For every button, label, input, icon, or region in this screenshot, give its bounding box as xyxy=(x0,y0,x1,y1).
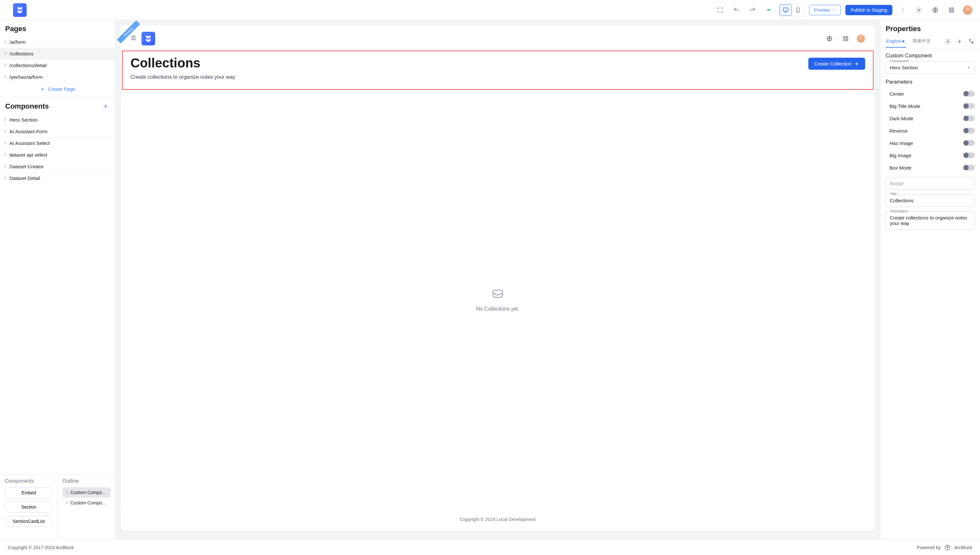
svg-rect-9 xyxy=(949,10,951,12)
page-item[interactable]: ⠿/collections xyxy=(0,48,115,59)
empty-text: No Collections yet. xyxy=(476,306,519,312)
outline-label: Outline xyxy=(62,478,111,484)
param-box_mode: Box Mode xyxy=(880,162,980,174)
svg-rect-13 xyxy=(846,36,848,38)
drag-handle-icon[interactable]: ⠿ xyxy=(4,63,7,68)
embed-component-button[interactable]: Embed xyxy=(5,487,53,498)
drag-handle-icon[interactable]: ⠿ xyxy=(4,51,7,56)
param-center: Center xyxy=(880,88,980,100)
toggle-dark[interactable] xyxy=(963,115,975,121)
svg-point-5 xyxy=(918,9,920,11)
toggle-reverse[interactable] xyxy=(963,128,975,133)
hero-section[interactable]: Collections Create collections to organi… xyxy=(122,51,874,90)
chevron-down-icon xyxy=(832,8,836,12)
page-item[interactable]: ⠿/yechao/ai/form xyxy=(0,71,115,83)
svg-rect-15 xyxy=(846,39,848,41)
canvas-footer: Copyright © 2024 Local Development xyxy=(122,508,874,530)
component-item[interactable]: ⠿dataset api select xyxy=(0,149,115,161)
outline-item[interactable]: ⠿Custom Compo... xyxy=(62,497,111,508)
drag-handle-icon[interactable]: ⠿ xyxy=(66,500,68,505)
canvas-globe-icon[interactable] xyxy=(824,33,835,45)
fullscreen-icon[interactable] xyxy=(714,4,726,16)
embed-component-button[interactable]: Section xyxy=(5,502,53,513)
drag-handle-icon[interactable]: ⠿ xyxy=(4,118,7,122)
wifi-icon xyxy=(763,4,775,16)
mobile-device-icon[interactable] xyxy=(792,4,804,16)
gear-icon[interactable] xyxy=(913,4,925,16)
component-item[interactable]: ⠿AI Assistant Form xyxy=(0,126,115,138)
components-header: Components xyxy=(0,97,115,114)
drag-handle-icon[interactable]: ⠿ xyxy=(4,75,7,79)
component-item[interactable]: ⠿Hero Section xyxy=(0,114,115,126)
canvas-grid-icon[interactable] xyxy=(840,33,851,45)
toggle-big_image[interactable] xyxy=(963,152,975,158)
description-input[interactable]: Create collections to organize notes you… xyxy=(885,212,975,229)
footer-copyright: Copyright © 2017-2024 ArcBlock xyxy=(8,545,74,550)
more-icon[interactable] xyxy=(897,4,909,16)
tab-english[interactable]: English★ xyxy=(885,35,906,48)
hero-description: Create collections to organize notes you… xyxy=(130,74,235,80)
drag-handle-icon[interactable]: ⠿ xyxy=(4,164,7,169)
site-logo[interactable] xyxy=(142,32,155,45)
svg-rect-12 xyxy=(843,36,845,38)
undo-icon[interactable] xyxy=(731,4,742,16)
toggle-box_mode[interactable] xyxy=(963,165,975,170)
preview-label: Preview xyxy=(814,8,830,13)
component-item[interactable]: ⠿Dataset Detail xyxy=(0,172,115,184)
svg-point-17 xyxy=(947,41,949,42)
svg-rect-14 xyxy=(843,39,845,41)
preview-button[interactable]: Preview xyxy=(809,5,841,15)
toggle-big_title[interactable] xyxy=(963,103,975,109)
publish-button[interactable]: Publish to Staging xyxy=(845,5,892,15)
embed-component-button[interactable]: SectionCardList xyxy=(5,516,53,527)
empty-state: No Collections yet. xyxy=(122,90,874,508)
desktop-device-icon[interactable] xyxy=(779,4,792,16)
footer-brand: ArcBlock xyxy=(954,545,972,550)
add-component-button[interactable] xyxy=(101,102,110,111)
arcblock-icon xyxy=(944,544,951,551)
translate-icon[interactable] xyxy=(968,38,975,45)
hamburger-icon[interactable] xyxy=(130,34,137,43)
svg-point-4 xyxy=(903,11,903,12)
locale-plus-icon[interactable] xyxy=(956,38,963,45)
drag-handle-icon[interactable]: ⠿ xyxy=(66,490,68,495)
app-logo[interactable] xyxy=(13,3,27,17)
create-page-label: Create Page xyxy=(48,86,75,92)
dropdown-icon xyxy=(967,66,970,70)
drag-handle-icon[interactable]: ⠿ xyxy=(4,40,7,45)
toggle-center[interactable] xyxy=(963,91,975,96)
properties-panel: Properties English★ 简体中文 Custom Componen… xyxy=(880,20,980,539)
redo-icon[interactable] xyxy=(747,4,758,16)
drag-handle-icon[interactable]: ⠿ xyxy=(4,176,7,181)
page-item[interactable]: ⠿/ai/form xyxy=(0,36,115,48)
toggle-has_image[interactable] xyxy=(963,140,975,146)
left-panel: Pages ⠿/ai/form⠿/collections⠿/collection… xyxy=(0,20,116,539)
canvas-avatar[interactable] xyxy=(856,34,866,43)
drag-handle-icon[interactable]: ⠿ xyxy=(4,129,7,134)
title-field-label: Title xyxy=(889,192,898,196)
outline-item[interactable]: ⠿Custom Compo... xyxy=(62,487,111,497)
component-select[interactable]: Hero Section xyxy=(885,61,975,74)
globe-icon[interactable] xyxy=(929,4,941,16)
create-page-button[interactable]: Create Page xyxy=(0,83,115,95)
component-item[interactable]: ⠿AI Assistant Select xyxy=(0,138,115,149)
page-item[interactable]: ⠿/collections/detail xyxy=(0,59,115,71)
create-collection-button[interactable]: Create Collection xyxy=(808,58,865,70)
param-has_image: Has Image xyxy=(880,137,980,149)
drag-handle-icon[interactable]: ⠿ xyxy=(4,153,7,157)
plus-icon xyxy=(854,61,859,66)
outline-col: Outline ⠿Custom Compo...⠿Custom Compo... xyxy=(58,475,115,539)
app-footer: Copyright © 2017-2024 ArcBlock Powered b… xyxy=(0,539,980,555)
grid-icon[interactable] xyxy=(946,4,957,16)
parameters-label: Parameters xyxy=(880,78,980,88)
embed-components-col: Components EmbedSectionSectionCardList xyxy=(0,475,58,539)
svg-rect-10 xyxy=(952,10,954,12)
title-input[interactable]: Collections xyxy=(885,194,975,207)
component-item[interactable]: ⠿Dataset Creator xyxy=(0,161,115,172)
svg-rect-8 xyxy=(952,8,954,10)
tab-chinese[interactable]: 简体中文 xyxy=(912,35,931,48)
drag-handle-icon[interactable]: ⠿ xyxy=(4,141,7,146)
badge-input[interactable]: Badge xyxy=(885,177,975,190)
avatar[interactable] xyxy=(962,4,974,16)
locale-gear-icon[interactable] xyxy=(944,38,951,45)
